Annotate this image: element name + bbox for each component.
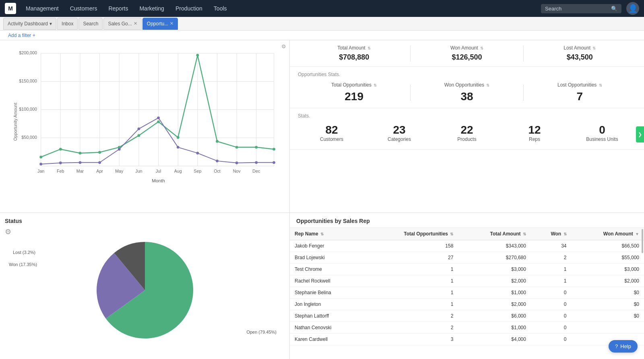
- products-value: 22: [433, 124, 501, 136]
- svg-point-34: [255, 146, 258, 149]
- svg-point-45: [216, 159, 219, 162]
- tab-opportu[interactable]: Opportu... ✕: [142, 18, 178, 30]
- cell-won-amount: $0: [572, 299, 644, 310]
- lost-opp-col: Lost Opportunities ⇅ 7: [524, 82, 636, 103]
- cell-won: 34: [531, 240, 572, 252]
- help-button[interactable]: ? Help: [609, 340, 638, 353]
- amounts-row: Total Amount ⇅ $708,880 Won Amount ⇅ $12…: [298, 45, 636, 62]
- won-amount-col: Won Amount ⇅ $126,500: [411, 45, 523, 62]
- col-total-opp[interactable]: Total Opportunities ⇅: [364, 228, 458, 240]
- tab-bar: Activity Dashboard ▾ Inbox Search Sales …: [0, 17, 644, 31]
- cell-rep: Test Chrome: [290, 264, 364, 275]
- svg-point-33: [235, 146, 238, 149]
- svg-text:Feb: Feb: [57, 169, 64, 173]
- nav-search[interactable]: Search 🔍: [541, 4, 621, 13]
- cell-won-amount: $66,500: [572, 240, 644, 252]
- lost-opp-label: Lost Opportunities ⇅: [524, 82, 636, 88]
- business-units-value: 0: [568, 124, 636, 136]
- col-won[interactable]: Won ⇅: [531, 228, 572, 240]
- pie-chart-container: Lost (3.2%) Won (17.35%) Open (79.45%): [5, 238, 285, 342]
- cell-total-amount: $270,680: [458, 252, 531, 264]
- categories-stat: 23 Categories: [365, 124, 433, 144]
- user-avatar[interactable]: 👤: [626, 2, 639, 15]
- products-label: Products: [433, 136, 501, 142]
- table-row: Nathan Cenovski 2 $1,000 0: [290, 322, 644, 334]
- general-stats-row: 82 Customers 23 Categories 22 Products 1…: [298, 124, 636, 144]
- sidebar-toggle[interactable]: ❯: [636, 126, 644, 142]
- svg-point-23: [39, 156, 42, 159]
- opp-stats-title: Opportunities Stats.: [298, 72, 636, 77]
- lost-opp-value: 7: [524, 90, 636, 103]
- sort-icon[interactable]: ⇅: [592, 46, 596, 50]
- tab-label: Opportu...: [147, 21, 168, 27]
- tab-close-sales[interactable]: ✕: [134, 21, 137, 26]
- sort-icon[interactable]: ⇅: [486, 83, 489, 87]
- tab-inbox[interactable]: Inbox: [57, 18, 78, 30]
- svg-point-32: [216, 140, 219, 143]
- col-rep-name[interactable]: Rep Name ⇅: [290, 228, 364, 240]
- cell-won-amount: $2,000: [572, 275, 644, 287]
- svg-point-26: [98, 151, 101, 154]
- tab-sales-go[interactable]: Sales Go... ✕: [103, 18, 141, 30]
- sort-icon[interactable]: ⇅: [599, 83, 602, 87]
- sort-icon[interactable]: ⇅: [480, 46, 483, 50]
- open-label: Open (79.45%): [246, 330, 277, 334]
- col-won-amount[interactable]: Won Amount ▼: [572, 228, 644, 240]
- tab-close-opportu[interactable]: ✕: [170, 21, 173, 26]
- cell-won: 0: [531, 310, 572, 322]
- total-amount-value: $708,880: [298, 53, 410, 62]
- won-amount-label: Won Amount ⇅: [411, 45, 523, 51]
- svg-text:Nov: Nov: [233, 169, 241, 173]
- categories-label: Categories: [365, 136, 433, 142]
- sort-icon[interactable]: ⇅: [374, 83, 377, 87]
- nav-logo: M: [5, 3, 16, 14]
- svg-point-29: [157, 120, 160, 123]
- table-row: Karen Cardwell 3 $4,000 0: [290, 334, 644, 345]
- add-filter-button[interactable]: Add a filter +: [5, 31, 39, 40]
- svg-text:$150,000: $150,000: [19, 78, 37, 83]
- cell-rep: Jakob Fenger: [290, 240, 364, 252]
- nav-marketing[interactable]: Marketing: [134, 3, 169, 14]
- search-icon: 🔍: [611, 6, 617, 12]
- nav-management[interactable]: Management: [21, 3, 64, 14]
- nav-customers[interactable]: Customers: [65, 3, 102, 14]
- status-title: Status: [5, 218, 285, 224]
- cell-total-amount: $3,000: [458, 264, 531, 275]
- svg-text:Aug: Aug: [174, 169, 182, 173]
- lost-label: Lost (3.2%): [13, 250, 35, 255]
- tab-search[interactable]: Search: [78, 18, 103, 30]
- total-opp-col: Total Opportunities ⇅ 219: [298, 82, 410, 103]
- table-row: Jon Ingleton 1 $2,000 0 $0: [290, 299, 644, 310]
- svg-text:Jul: Jul: [156, 169, 161, 173]
- won-opp-col: Won Opportunities ⇅ 38: [411, 82, 523, 103]
- total-opp-value: 219: [298, 90, 410, 103]
- cell-total-amount: $1,000: [458, 287, 531, 299]
- chart-settings-icon[interactable]: ⚙: [281, 43, 286, 50]
- total-amount-col: Total Amount ⇅ $708,880: [298, 45, 410, 62]
- svg-text:Dec: Dec: [252, 169, 260, 173]
- col-total-amount[interactable]: Total Amount ⇅: [458, 228, 531, 240]
- nav-production[interactable]: Production: [171, 3, 207, 14]
- svg-point-36: [39, 163, 42, 165]
- customers-stat: 82 Customers: [298, 124, 365, 144]
- svg-text:Mar: Mar: [76, 169, 84, 173]
- svg-point-40: [118, 148, 121, 151]
- cell-won: 1: [531, 275, 572, 287]
- tab-activity-dashboard[interactable]: Activity Dashboard ▾: [3, 18, 56, 30]
- sort-icon[interactable]: ⇅: [367, 46, 371, 50]
- tab-label: Sales Go...: [108, 21, 132, 27]
- nav-reports[interactable]: Reports: [103, 3, 133, 14]
- cell-total-opp: 1: [364, 264, 458, 275]
- customers-value: 82: [298, 124, 365, 136]
- nav-tools[interactable]: Tools: [209, 3, 232, 14]
- cell-rep: Stephan Lattorff: [290, 310, 364, 322]
- settings-icon[interactable]: ⚙: [5, 227, 285, 236]
- svg-point-41: [138, 128, 140, 130]
- chart-panel: ⚙ $200,000 $150,000 $100,000 $50,000 Opp…: [0, 40, 290, 213]
- help-label: Help: [620, 343, 631, 349]
- scrollbar[interactable]: [642, 229, 643, 253]
- cell-won: 2: [531, 252, 572, 264]
- dropdown-icon: ▾: [50, 21, 52, 27]
- table-row: Rachel Rockwell 1 $2,000 1 $2,000: [290, 275, 644, 287]
- table-panel: Opportunities by Sales Rep Rep Name ⇅ To…: [290, 213, 644, 359]
